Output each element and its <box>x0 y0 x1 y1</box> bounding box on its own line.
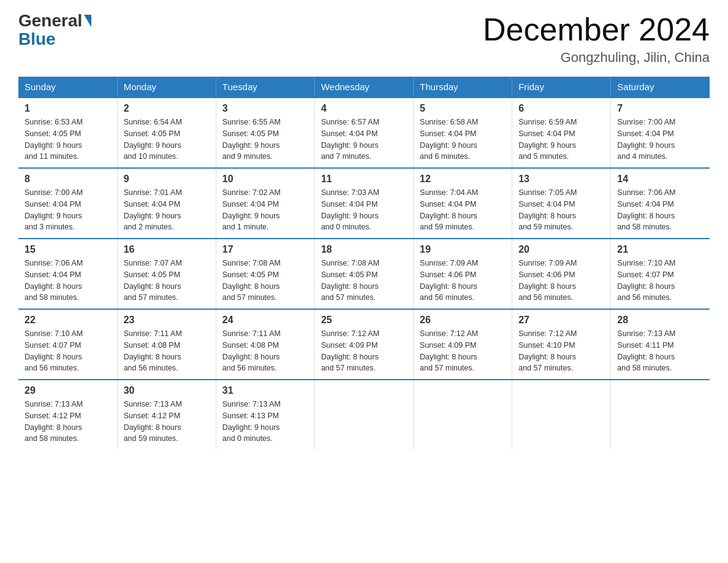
day-info: Sunrise: 7:12 AMSunset: 4:10 PMDaylight:… <box>518 329 577 372</box>
calendar-cell: 21 Sunrise: 7:10 AMSunset: 4:07 PMDaylig… <box>611 239 710 309</box>
day-info: Sunrise: 6:54 AMSunset: 4:05 PMDaylight:… <box>124 118 182 161</box>
calendar-cell: 6 Sunrise: 6:59 AMSunset: 4:04 PMDayligh… <box>512 98 611 168</box>
header-friday: Friday <box>512 77 611 98</box>
day-number: 18 <box>321 244 407 255</box>
week-row-4: 22 Sunrise: 7:10 AMSunset: 4:07 PMDaylig… <box>18 309 710 380</box>
header-saturday: Saturday <box>611 77 710 98</box>
day-info: Sunrise: 7:05 AMSunset: 4:04 PMDaylight:… <box>518 188 577 231</box>
day-info: Sunrise: 6:57 AMSunset: 4:04 PMDaylight:… <box>321 118 379 161</box>
day-info: Sunrise: 7:04 AMSunset: 4:04 PMDaylight:… <box>420 188 478 231</box>
day-info: Sunrise: 7:12 AMSunset: 4:09 PMDaylight:… <box>321 329 379 372</box>
calendar-cell: 27 Sunrise: 7:12 AMSunset: 4:10 PMDaylig… <box>512 309 611 380</box>
day-number: 19 <box>420 244 506 255</box>
header-sunday: Sunday <box>18 77 117 98</box>
day-info: Sunrise: 7:13 AMSunset: 4:13 PMDaylight:… <box>222 400 281 443</box>
calendar-cell: 29 Sunrise: 7:13 AMSunset: 4:12 PMDaylig… <box>18 380 117 450</box>
day-info: Sunrise: 6:55 AMSunset: 4:05 PMDaylight:… <box>222 118 281 161</box>
day-number: 5 <box>420 103 506 114</box>
calendar-cell: 16 Sunrise: 7:07 AMSunset: 4:05 PMDaylig… <box>117 239 216 309</box>
day-number: 25 <box>321 315 407 326</box>
day-number: 22 <box>25 315 111 326</box>
calendar-cell <box>414 380 512 450</box>
calendar-cell: 24 Sunrise: 7:11 AMSunset: 4:08 PMDaylig… <box>216 309 314 380</box>
header-thursday: Thursday <box>414 77 512 98</box>
day-info: Sunrise: 7:03 AMSunset: 4:04 PMDaylight:… <box>321 188 379 231</box>
header-monday: Monday <box>117 77 216 98</box>
page-header: General Blue December 2024 Gongzhuling, … <box>18 12 710 66</box>
day-info: Sunrise: 7:11 AMSunset: 4:08 PMDaylight:… <box>124 329 182 372</box>
day-info: Sunrise: 7:10 AMSunset: 4:07 PMDaylight:… <box>25 329 83 372</box>
day-number: 17 <box>222 244 308 255</box>
day-info: Sunrise: 7:06 AMSunset: 4:04 PMDaylight:… <box>617 188 675 231</box>
day-number: 6 <box>518 103 604 114</box>
day-number: 31 <box>222 385 308 396</box>
day-number: 24 <box>222 315 308 326</box>
logo-blue-text: Blue <box>18 31 56 48</box>
day-number: 7 <box>617 103 703 114</box>
day-number: 27 <box>518 315 604 326</box>
day-info: Sunrise: 7:10 AMSunset: 4:07 PMDaylight:… <box>617 259 675 302</box>
day-info: Sunrise: 7:13 AMSunset: 4:11 PMDaylight:… <box>617 329 675 372</box>
calendar-cell: 3 Sunrise: 6:55 AMSunset: 4:05 PMDayligh… <box>216 98 314 168</box>
calendar-cell: 28 Sunrise: 7:13 AMSunset: 4:11 PMDaylig… <box>611 309 710 380</box>
calendar-cell <box>611 380 710 450</box>
calendar-cell: 11 Sunrise: 7:03 AMSunset: 4:04 PMDaylig… <box>314 168 413 239</box>
logo-general-text: General <box>18 12 92 29</box>
day-number: 28 <box>617 315 703 326</box>
day-info: Sunrise: 6:53 AMSunset: 4:05 PMDaylight:… <box>25 118 83 161</box>
calendar-cell: 8 Sunrise: 7:00 AMSunset: 4:04 PMDayligh… <box>18 168 117 239</box>
day-info: Sunrise: 7:00 AMSunset: 4:04 PMDaylight:… <box>25 188 83 231</box>
calendar-body: 1 Sunrise: 6:53 AMSunset: 4:05 PMDayligh… <box>18 98 710 450</box>
week-row-1: 1 Sunrise: 6:53 AMSunset: 4:05 PMDayligh… <box>18 98 710 168</box>
calendar-cell: 2 Sunrise: 6:54 AMSunset: 4:05 PMDayligh… <box>117 98 216 168</box>
day-number: 16 <box>124 244 210 255</box>
calendar-cell: 25 Sunrise: 7:12 AMSunset: 4:09 PMDaylig… <box>314 309 413 380</box>
day-number: 8 <box>25 174 111 185</box>
day-number: 4 <box>321 103 407 114</box>
calendar-cell <box>314 380 413 450</box>
title-section: December 2024 Gongzhuling, Jilin, China <box>483 12 710 66</box>
calendar-cell: 22 Sunrise: 7:10 AMSunset: 4:07 PMDaylig… <box>18 309 117 380</box>
day-number: 12 <box>420 174 506 185</box>
calendar-cell: 18 Sunrise: 7:08 AMSunset: 4:05 PMDaylig… <box>314 239 413 309</box>
calendar-header: Sunday Monday Tuesday Wednesday Thursday… <box>18 77 710 98</box>
calendar-cell: 31 Sunrise: 7:13 AMSunset: 4:13 PMDaylig… <box>216 380 314 450</box>
calendar-table: Sunday Monday Tuesday Wednesday Thursday… <box>18 77 710 450</box>
logo-triangle-icon <box>84 15 91 27</box>
day-info: Sunrise: 7:13 AMSunset: 4:12 PMDaylight:… <box>25 400 83 443</box>
day-number: 20 <box>518 244 604 255</box>
day-info: Sunrise: 7:00 AMSunset: 4:04 PMDaylight:… <box>617 118 675 161</box>
calendar-cell: 4 Sunrise: 6:57 AMSunset: 4:04 PMDayligh… <box>314 98 413 168</box>
days-of-week-row: Sunday Monday Tuesday Wednesday Thursday… <box>18 77 710 98</box>
day-number: 23 <box>124 315 210 326</box>
calendar-cell: 15 Sunrise: 7:06 AMSunset: 4:04 PMDaylig… <box>18 239 117 309</box>
day-info: Sunrise: 7:08 AMSunset: 4:05 PMDaylight:… <box>321 259 379 302</box>
calendar-cell: 17 Sunrise: 7:08 AMSunset: 4:05 PMDaylig… <box>216 239 314 309</box>
day-info: Sunrise: 7:12 AMSunset: 4:09 PMDaylight:… <box>420 329 478 372</box>
day-info: Sunrise: 7:01 AMSunset: 4:04 PMDaylight:… <box>124 188 182 231</box>
calendar-cell: 13 Sunrise: 7:05 AMSunset: 4:04 PMDaylig… <box>512 168 611 239</box>
calendar-cell <box>512 380 611 450</box>
week-row-3: 15 Sunrise: 7:06 AMSunset: 4:04 PMDaylig… <box>18 239 710 309</box>
day-info: Sunrise: 7:11 AMSunset: 4:08 PMDaylight:… <box>222 329 281 372</box>
week-row-5: 29 Sunrise: 7:13 AMSunset: 4:12 PMDaylig… <box>18 380 710 450</box>
calendar-cell: 20 Sunrise: 7:09 AMSunset: 4:06 PMDaylig… <box>512 239 611 309</box>
calendar-cell: 30 Sunrise: 7:13 AMSunset: 4:12 PMDaylig… <box>117 380 216 450</box>
week-row-2: 8 Sunrise: 7:00 AMSunset: 4:04 PMDayligh… <box>18 168 710 239</box>
calendar-cell: 19 Sunrise: 7:09 AMSunset: 4:06 PMDaylig… <box>414 239 512 309</box>
location: Gongzhuling, Jilin, China <box>483 50 710 66</box>
logo: General Blue <box>18 12 92 48</box>
calendar-cell: 12 Sunrise: 7:04 AMSunset: 4:04 PMDaylig… <box>414 168 512 239</box>
day-number: 30 <box>124 385 210 396</box>
day-info: Sunrise: 7:09 AMSunset: 4:06 PMDaylight:… <box>420 259 478 302</box>
day-number: 14 <box>617 174 703 185</box>
calendar-cell: 5 Sunrise: 6:58 AMSunset: 4:04 PMDayligh… <box>414 98 512 168</box>
header-wednesday: Wednesday <box>314 77 413 98</box>
calendar-cell: 23 Sunrise: 7:11 AMSunset: 4:08 PMDaylig… <box>117 309 216 380</box>
day-info: Sunrise: 7:09 AMSunset: 4:06 PMDaylight:… <box>518 259 577 302</box>
day-number: 15 <box>25 244 111 255</box>
day-number: 13 <box>518 174 604 185</box>
day-info: Sunrise: 7:07 AMSunset: 4:05 PMDaylight:… <box>124 259 182 302</box>
day-number: 9 <box>124 174 210 185</box>
month-title: December 2024 <box>483 12 710 47</box>
